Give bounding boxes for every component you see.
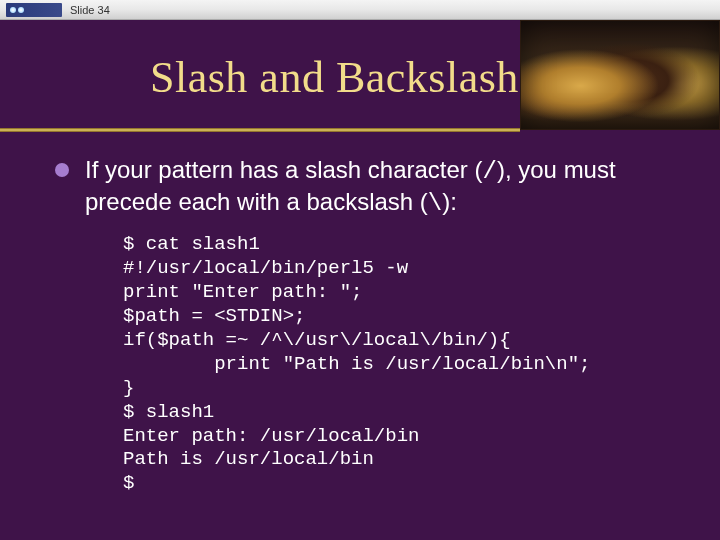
code-line: Enter path: /usr/local/bin	[123, 425, 419, 447]
code-line: #!/usr/local/bin/perl5 -w	[123, 257, 408, 279]
bullet-icon	[55, 163, 69, 177]
code-line: if($path =~ /^\/usr\/local\/bin/){	[123, 329, 511, 351]
code-line: $path = <STDIN>;	[123, 305, 305, 327]
code-line: print "Path is /usr/local/bin\n";	[123, 353, 590, 375]
bullet-text-part3: ):	[442, 188, 457, 215]
slide-title: Slash and Backslash	[150, 52, 519, 103]
bullet-text-part1: If your pattern has a slash character (	[85, 156, 483, 183]
logo-icon	[6, 3, 62, 17]
code-line: print "Enter path: ";	[123, 281, 362, 303]
decorative-painting	[520, 20, 720, 130]
code-line: $ cat slash1	[123, 233, 260, 255]
backslash-char: \	[428, 190, 442, 217]
code-line: Path is /usr/local/bin	[123, 448, 374, 470]
code-block: $ cat slash1 #!/usr/local/bin/perl5 -w p…	[123, 233, 690, 496]
slide-number: Slide 34	[70, 4, 110, 16]
title-underline	[0, 128, 520, 132]
bullet-text: If your pattern has a slash character (/…	[85, 155, 690, 219]
code-line: $ slash1	[123, 401, 214, 423]
code-line: $	[123, 472, 134, 494]
slash-char: /	[483, 158, 497, 185]
bullet-item: If your pattern has a slash character (/…	[55, 155, 690, 219]
content-area: If your pattern has a slash character (/…	[55, 155, 690, 496]
code-line: }	[123, 377, 134, 399]
topbar: Slide 34	[0, 0, 720, 20]
